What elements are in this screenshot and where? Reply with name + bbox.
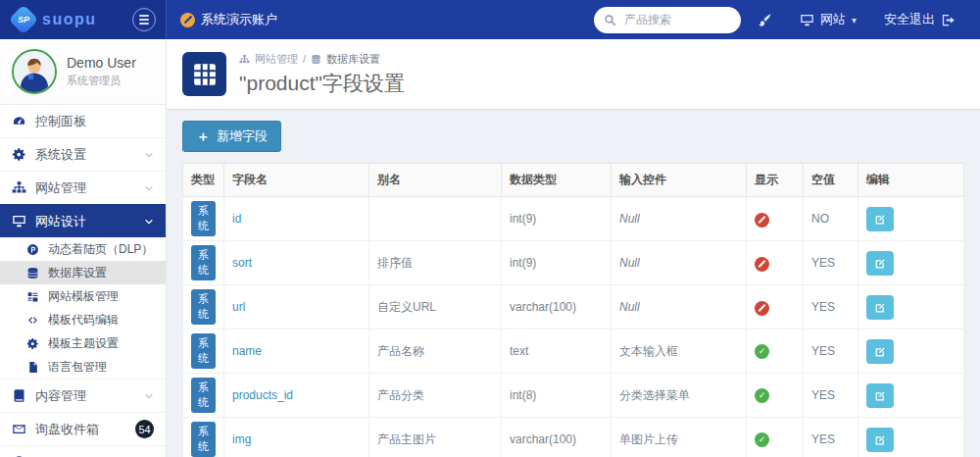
table-header-row: 类型字段名别名数据类型输入控件显示空值编辑 [183, 164, 964, 197]
display-deny-icon [755, 257, 769, 272]
field-name-link[interactable]: img [232, 432, 251, 446]
edit-button[interactable] [866, 207, 894, 231]
user-role: 系统管理员 [67, 74, 136, 88]
table-row: 系统products_id产品分类int(8)分类选择菜单YES [183, 374, 964, 418]
product-search [594, 7, 741, 33]
nullable-cell: YES [804, 285, 858, 330]
sidebar-item[interactable]: 语言包管理 [0, 355, 166, 379]
sidebar-item[interactable]: 内容管理 [0, 379, 166, 412]
field-name-link[interactable]: products_id [232, 388, 293, 402]
theme-button[interactable] [747, 13, 783, 27]
column-header: 类型 [183, 164, 224, 197]
table-row: 系统img产品主图片varchar(100)单图片上传YES [183, 418, 964, 457]
brand[interactable]: SP suopu [0, 0, 167, 39]
chevron-down-icon [144, 150, 154, 160]
edit-button[interactable] [866, 295, 894, 320]
search-input[interactable] [622, 12, 731, 27]
edit-button[interactable] [866, 383, 894, 408]
column-header: 显示 [747, 164, 804, 197]
sidebar-item[interactable]: 模板主题设置 [0, 331, 166, 355]
display-cell [747, 374, 804, 418]
sidebar-item[interactable]: 网站模板管理 [0, 284, 166, 308]
breadcrumb-current[interactable]: 数据库设置 [326, 52, 380, 67]
edit-button[interactable] [866, 339, 894, 364]
sidebar-item[interactable]: 网站管理 [0, 171, 166, 204]
display-deny-icon [755, 213, 769, 228]
edit-button[interactable] [866, 428, 894, 452]
demo-account-label: 系统演示账户 [201, 11, 277, 28]
edit-button[interactable] [866, 251, 894, 276]
display-allow-icon [755, 344, 769, 359]
page: { "topbar": { "logo_text": "suopu", "dem… [0, 0, 980, 457]
site-menu-label: 网站 [820, 11, 846, 28]
breadcrumb-parent[interactable]: 网站管理 [255, 52, 298, 67]
page-title: "product"字段设置 [239, 70, 405, 97]
nullable-cell: YES [804, 330, 858, 374]
database-icon [311, 54, 321, 65]
sitemap-icon [12, 180, 26, 195]
table-row: 系统name产品名称text文本输入框YES [183, 330, 964, 374]
type-cell: 系统 [183, 418, 224, 457]
sidebar-item-label: 模板代码编辑 [48, 312, 119, 329]
control-cell: 分类选择菜单 [612, 374, 747, 418]
field-cell: url [224, 285, 369, 330]
inquiry-count-badge: 54 [135, 420, 154, 438]
sidebar-item[interactable]: 询盘收件箱54 [0, 412, 166, 445]
sidebar-toggle-button[interactable] [132, 8, 156, 31]
datatype-cell: int(8) [502, 374, 612, 418]
sidebar-item[interactable]: 控制面板 [0, 105, 166, 137]
display-cell [747, 418, 804, 457]
sidebar-item[interactable]: 系统设置 [0, 137, 166, 171]
chevron-down-icon [144, 217, 154, 227]
chevron-down-icon [144, 183, 154, 193]
chevron-down-icon [144, 391, 154, 401]
sidebar-item-label: 网站模板管理 [48, 288, 119, 305]
user-panel: Demo User 系统管理员 [0, 39, 166, 105]
type-badge: 系统 [191, 289, 216, 325]
field-name-link[interactable]: url [232, 300, 245, 314]
page-header: 网站管理 / 数据库设置 "product"字段设置 [167, 39, 980, 110]
sidebar-item[interactable]: 数据库设置 [0, 261, 166, 284]
field-name-link[interactable]: name [232, 344, 262, 358]
type-cell: 系统 [183, 330, 224, 374]
control-cell: Null [612, 197, 747, 241]
add-field-label: 新增字段 [217, 127, 268, 145]
type-cell: 系统 [183, 374, 224, 418]
logout-button[interactable]: 安全退出 [873, 11, 966, 28]
datatype-cell: int(9) [502, 197, 612, 241]
sidebar-item-label: 数据库设置 [48, 265, 107, 281]
pcircle-icon [26, 243, 39, 256]
field-name-link[interactable]: id [232, 212, 241, 226]
nullable-cell: NO [804, 197, 858, 241]
control-cell: 文本输入框 [612, 330, 747, 374]
column-header: 数据类型 [502, 164, 612, 197]
datatype-cell: varchar(100) [502, 285, 612, 330]
ban-icon [180, 13, 195, 27]
add-field-button[interactable]: ＋ 新增字段 [182, 121, 281, 152]
sidebar-item-label: 内容管理 [35, 387, 86, 405]
site-menu-button[interactable]: 网站 ▾ [789, 11, 867, 28]
actions-cell [858, 374, 964, 418]
sidebar-item[interactable]: 网站设计 [0, 204, 166, 237]
sidebar-item[interactable]: 动态着陆页（DLP） [0, 237, 166, 261]
topbar-right: 系统演示账户 网站 ▾ 安全退出 [167, 0, 980, 39]
sidebar-item[interactable]: SEO管理 [0, 445, 166, 457]
logo-text: suopu [42, 11, 97, 28]
display-allow-icon [755, 432, 769, 447]
field-name-link[interactable]: sort [232, 256, 252, 270]
fields-table: 类型字段名别名数据类型输入控件显示空值编辑 系统idint(9)NullNO系统… [182, 163, 964, 457]
display-cell [747, 330, 804, 374]
column-header: 编辑 [858, 164, 964, 197]
monitor-icon [800, 13, 814, 27]
logout-label: 安全退出 [884, 11, 935, 28]
type-badge: 系统 [191, 378, 216, 413]
field-cell: id [224, 197, 369, 241]
search-icon [604, 14, 616, 26]
column-header: 输入控件 [612, 164, 747, 197]
nullable-cell: YES [804, 241, 858, 285]
sidebar-nav: 控制面板系统设置网站管理网站设计动态着陆页（DLP）数据库设置网站模板管理模板代… [0, 105, 166, 457]
sidebar-item[interactable]: 模板代码编辑 [0, 308, 166, 331]
control-cell: Null [612, 241, 747, 285]
file-icon [26, 361, 39, 374]
field-cell: sort [224, 241, 369, 285]
